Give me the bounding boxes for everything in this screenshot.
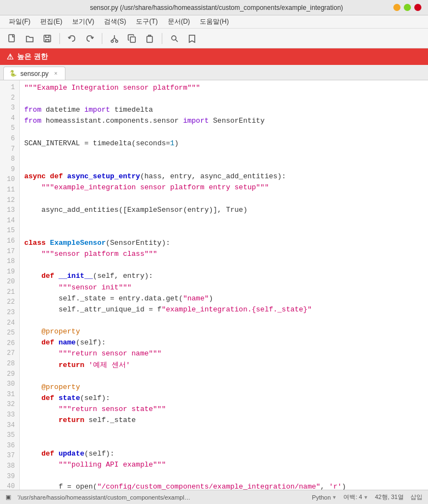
language-label: Python: [312, 494, 331, 501]
menu-docs[interactable]: 문서(D): [163, 16, 195, 28]
window-controls: [393, 4, 421, 11]
svg-rect-4: [130, 37, 135, 42]
toolbar: [0, 29, 428, 48]
status-path: '/usr/share/hassio/homeassistant/custom_…: [18, 494, 305, 501]
spaces-selector[interactable]: 여백: 4 ▼: [343, 493, 368, 501]
cursor-position: 42행, 31열: [375, 493, 404, 501]
minimize-button[interactable]: [393, 4, 400, 11]
search-toolbar-button[interactable]: [167, 31, 182, 46]
language-chevron: ▼: [332, 495, 337, 500]
svg-point-2: [111, 40, 113, 42]
svg-point-3: [116, 40, 118, 42]
svg-rect-1: [44, 35, 51, 42]
menu-help[interactable]: 도움말(H): [195, 16, 233, 28]
redo-button[interactable]: [82, 31, 97, 46]
maximize-button[interactable]: [404, 4, 411, 11]
menu-bar: 파일(F) 편집(E) 보기(V) 검색(S) 도구(T) 문서(D) 도움말(…: [0, 15, 428, 29]
svg-point-6: [172, 36, 176, 40]
toolbar-separator-3: [162, 33, 162, 44]
tab-filename: sensor.py: [20, 70, 48, 78]
copy-button[interactable]: [124, 31, 140, 46]
language-selector[interactable]: Python ▼: [312, 494, 337, 501]
tab-close-button[interactable]: ×: [52, 70, 59, 78]
bookmark-button[interactable]: [184, 31, 200, 46]
save-button[interactable]: [40, 31, 55, 46]
svg-rect-5: [147, 36, 152, 42]
title-bar: sensor.py (/usr/share/hassio/homeassista…: [0, 0, 428, 15]
insert-mode: 삽입: [410, 493, 422, 501]
menu-file[interactable]: 파일(F): [4, 16, 35, 28]
tab-file-icon: 🐍: [9, 70, 17, 77]
undo-button[interactable]: [64, 31, 80, 46]
menu-tools[interactable]: 도구(T): [131, 16, 162, 28]
cut-button[interactable]: [107, 31, 122, 46]
tab-sensor-py[interactable]: 🐍 sensor.py ×: [3, 67, 65, 80]
menu-view[interactable]: 보기(V): [68, 16, 98, 28]
window-title: sensor.py (/usr/share/hassio/homeassista…: [40, 4, 393, 12]
spaces-label: 여백: 4: [343, 493, 362, 501]
close-button[interactable]: [414, 4, 421, 11]
warning-text: 높은 권한: [17, 52, 48, 62]
warning-banner: ⚠ 높은 권한: [0, 48, 428, 65]
menu-search[interactable]: 검색(S): [100, 16, 130, 28]
terminal-icon[interactable]: ▣: [6, 494, 11, 501]
status-bar: ▣ '/usr/share/hassio/homeassistant/custo…: [0, 490, 428, 504]
toolbar-separator-2: [102, 33, 102, 44]
toolbar-separator-1: [59, 33, 60, 44]
spaces-chevron: ▼: [363, 495, 368, 500]
line-numbers: 1234567891011121314151617181920212223242…: [0, 80, 20, 490]
tab-bar: 🐍 sensor.py ×: [0, 65, 428, 80]
svg-rect-0: [9, 35, 14, 42]
warning-icon: ⚠: [7, 52, 14, 61]
svg-line-7: [175, 40, 178, 42]
code-editor[interactable]: 1234567891011121314151617181920212223242…: [0, 80, 428, 490]
new-file-button[interactable]: [4, 31, 20, 46]
code-content[interactable]: """Example Integration sensor platform""…: [20, 80, 428, 490]
open-file-button[interactable]: [22, 31, 37, 46]
menu-edit[interactable]: 편집(E): [36, 16, 67, 28]
paste-button[interactable]: [142, 31, 157, 46]
